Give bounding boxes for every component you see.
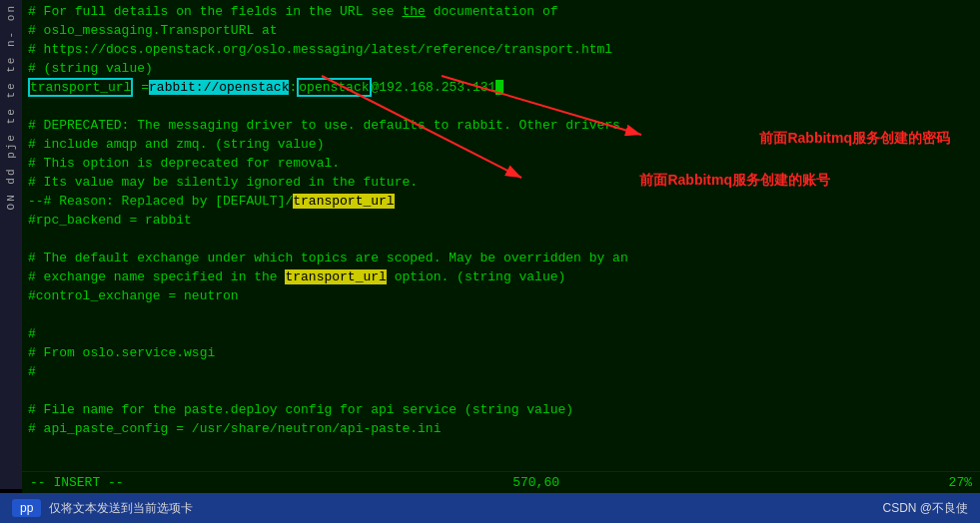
code-line-3: # https://docs.openstack.org/oslo.messag… xyxy=(28,40,974,59)
code-line-21 xyxy=(28,381,974,400)
editor-area[interactable]: # For full details on the fields in the … xyxy=(22,0,980,489)
code-line-22: # File name for the paste.deploy config … xyxy=(28,400,974,419)
code-line-23: # api_paste_config = /usr/share/neutron/… xyxy=(28,419,974,438)
left-sidebar: ON dd pje te te te n- on xyxy=(0,0,22,489)
code-line-4: # (string value) xyxy=(28,59,974,78)
code-line-15: # exchange name specified in the transpo… xyxy=(28,267,974,286)
code-line-13 xyxy=(28,230,974,249)
browser-bar-right-text: CSDN @不良使 xyxy=(882,500,968,517)
browser-info-text: 仅将文本发送到当前选项卡 xyxy=(49,501,193,515)
code-line-6 xyxy=(28,97,974,116)
code-line-11: --# Reason: Replaced by [DEFAULT]/transp… xyxy=(28,192,974,211)
code-line-1: # For full details on the fields in the … xyxy=(28,2,974,21)
browser-bar-left-text: pp 仅将文本发送到当前选项卡 xyxy=(12,499,193,517)
code-line-12: #rpc_backend = rabbit xyxy=(28,211,974,230)
scroll-percent: 27% xyxy=(949,475,972,490)
insert-mode-label: -- INSERT -- xyxy=(30,475,124,490)
code-line-8: # include amqp and zmq. (string value) xyxy=(28,135,974,154)
code-line-5: transport_url =rabbit://openstack:openst… xyxy=(28,78,974,97)
code-line-10: # Its value may be silently ignored in t… xyxy=(28,173,974,192)
code-line-7: # DEPRECATED: The messaging driver to us… xyxy=(28,116,974,135)
cursor-position: 570,60 xyxy=(512,475,559,490)
code-line-17 xyxy=(28,305,974,324)
code-line-16: #control_exchange = neutron xyxy=(28,286,974,305)
tab-indicator: pp xyxy=(12,499,41,517)
status-bar: -- INSERT -- 570,60 27% xyxy=(22,471,980,493)
code-line-18: # xyxy=(28,324,974,343)
code-line-2: # oslo_messaging.TransportURL at xyxy=(28,21,974,40)
sidebar-labels: ON dd pje te te te n- on xyxy=(5,4,17,210)
code-line-19: # From oslo.service.wsgi xyxy=(28,343,974,362)
code-line-14: # The default exchange under which topic… xyxy=(28,249,974,267)
browser-bar: pp 仅将文本发送到当前选项卡 CSDN @不良使 xyxy=(0,493,980,523)
code-line-20: # xyxy=(28,362,974,381)
code-line-9: # This option is deprecated for removal. xyxy=(28,154,974,173)
